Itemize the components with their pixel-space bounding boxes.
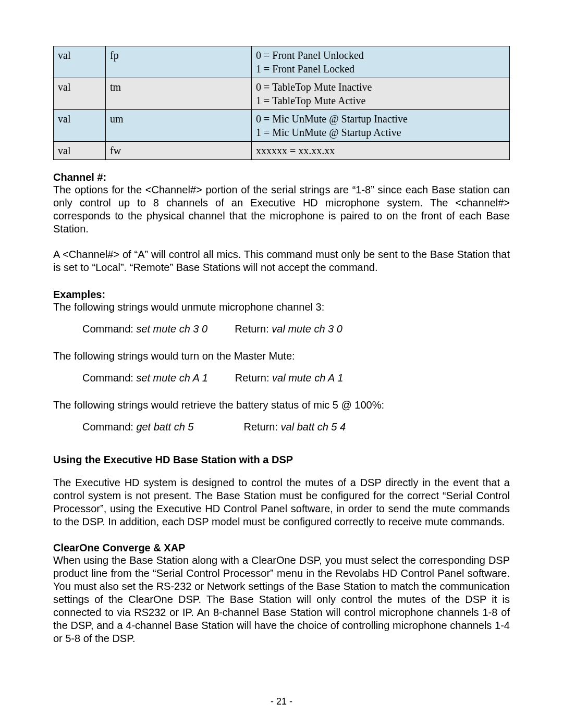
example-1: Command: set mute ch 3 0Return: val mute… <box>82 323 510 335</box>
channel-heading: Channel #: <box>53 171 510 183</box>
channel-paragraph-2: A <Channel#> of “A” will control all mic… <box>53 248 510 274</box>
table-cell-command: fw <box>106 142 252 160</box>
example-1-ret-label: Return: <box>235 323 272 335</box>
examples-heading: Examples: <box>53 289 510 301</box>
example-2-cmd-label: Command: <box>82 372 136 384</box>
table-cell-description: xxxxxx = xx.xx.xx <box>252 142 510 160</box>
table-cell-type: val <box>54 78 106 110</box>
table-cell-description: 0 = Front Panel Unlocked1 = Front Panel … <box>252 46 510 78</box>
table-cell-command: tm <box>106 78 252 110</box>
example-1-ret: val mute ch 3 0 <box>272 323 342 335</box>
clearone-paragraph-1: When using the Base Station along with a… <box>53 554 510 645</box>
example-1-cmd: set mute ch 3 0 <box>136 323 207 335</box>
example-3-ret-label: Return: <box>243 421 280 433</box>
clearone-heading: ClearOne Converge & XAP <box>53 542 510 554</box>
table-row: valfwxxxxxx = xx.xx.xx <box>54 142 510 160</box>
example-3-cmd: get batt ch 5 <box>136 421 193 433</box>
example-2: Command: set mute ch A 1Return: val mute… <box>82 372 510 384</box>
table-cell-description: 0 = Mic UnMute @ Startup Inactive1 = Mic… <box>252 110 510 142</box>
example-3-cmd-label: Command: <box>82 421 136 433</box>
examples-intro-1: The following strings would unmute micro… <box>53 301 510 314</box>
dsp-heading: Using the Executive HD Base Station with… <box>53 454 510 466</box>
table-cell-command: fp <box>106 46 252 78</box>
channel-paragraph-1: The options for the <Channel#> portion o… <box>53 183 510 236</box>
table-cell-type: val <box>54 110 106 142</box>
table-row: valtm0 = TableTop Mute Inactive1 = Table… <box>54 78 510 110</box>
table-cell-type: val <box>54 46 106 78</box>
command-values-table: valfp0 = Front Panel Unlocked1 = Front P… <box>53 46 510 160</box>
example-1-cmd-label: Command: <box>82 323 136 335</box>
table-cell-description: 0 = TableTop Mute Inactive1 = TableTop M… <box>252 78 510 110</box>
table-cell-type: val <box>54 142 106 160</box>
table-row: valfp0 = Front Panel Unlocked1 = Front P… <box>54 46 510 78</box>
examples-intro-2: The following strings would turn on the … <box>53 350 510 363</box>
example-2-cmd: set mute ch A 1 <box>136 372 207 384</box>
example-2-ret: val mute ch A 1 <box>272 372 343 384</box>
example-3: Command: get batt ch 5Return: val batt c… <box>82 421 510 433</box>
table-row: valum0 = Mic UnMute @ Startup Inactive1 … <box>54 110 510 142</box>
example-2-ret-label: Return: <box>235 372 272 384</box>
page-number: - 21 - <box>0 696 563 707</box>
dsp-paragraph-1: The Executive HD system is designed to c… <box>53 476 510 528</box>
example-3-ret: val batt ch 5 4 <box>281 421 346 433</box>
examples-intro-3: The following strings would retrieve the… <box>53 399 510 412</box>
table-cell-command: um <box>106 110 252 142</box>
